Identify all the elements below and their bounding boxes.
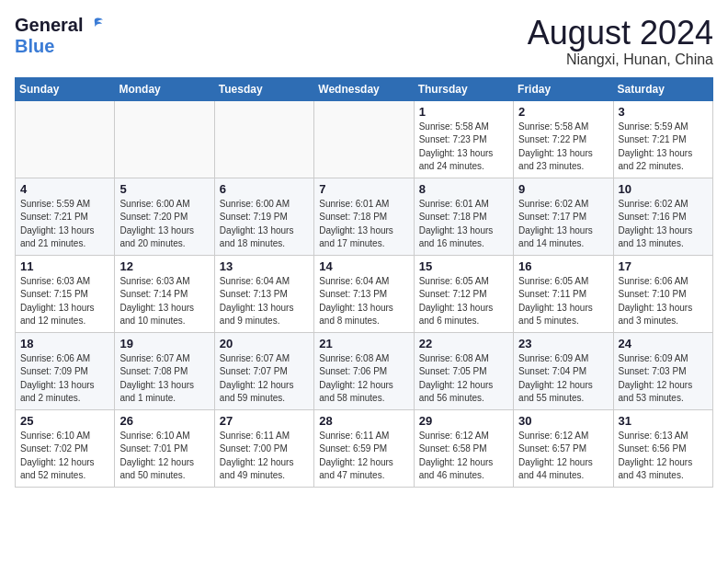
day-number: 8 [419, 182, 508, 196]
calendar-cell: 16Sunrise: 6:05 AMSunset: 7:11 PMDayligh… [514, 255, 613, 332]
calendar-cell: 31Sunrise: 6:13 AMSunset: 6:56 PMDayligh… [613, 409, 712, 487]
day-info: Sunrise: 5:59 AMSunset: 7:21 PMDaylight:… [20, 198, 109, 251]
day-header-saturday: Saturday [613, 77, 712, 100]
calendar-cell: 15Sunrise: 6:05 AMSunset: 7:12 PMDayligh… [414, 255, 513, 332]
day-header-monday: Monday [115, 77, 214, 100]
calendar-cell: 12Sunrise: 6:03 AMSunset: 7:14 PMDayligh… [115, 255, 214, 332]
day-number: 15 [419, 259, 508, 273]
calendar-cell [16, 100, 115, 178]
week-row-4: 18Sunrise: 6:06 AMSunset: 7:09 PMDayligh… [16, 332, 713, 409]
day-info: Sunrise: 6:04 AMSunset: 7:13 PMDaylight:… [220, 275, 309, 328]
calendar-cell: 27Sunrise: 6:11 AMSunset: 7:00 PMDayligh… [214, 409, 313, 487]
calendar-cell: 13Sunrise: 6:04 AMSunset: 7:13 PMDayligh… [214, 255, 313, 332]
logo-bird-icon [85, 16, 105, 36]
logo: General Blue [15, 15, 105, 57]
day-info: Sunrise: 6:02 AMSunset: 7:16 PMDaylight:… [619, 198, 708, 251]
day-info: Sunrise: 6:07 AMSunset: 7:08 PMDaylight:… [119, 352, 209, 406]
day-info: Sunrise: 6:09 AMSunset: 7:03 PMDaylight:… [619, 352, 708, 406]
title-block: August 2024 Niangxi, Hunan, China [528, 15, 713, 68]
day-number: 16 [518, 259, 608, 273]
calendar-cell: 22Sunrise: 6:08 AMSunset: 7:05 PMDayligh… [414, 332, 513, 409]
day-number: 22 [419, 337, 508, 350]
week-row-3: 11Sunrise: 6:03 AMSunset: 7:15 PMDayligh… [16, 255, 713, 332]
page-header: General Blue August 2024 Niangxi, Hunan,… [15, 15, 713, 68]
day-number: 28 [319, 414, 408, 428]
day-info: Sunrise: 6:03 AMSunset: 7:15 PMDaylight:… [20, 275, 109, 328]
day-number: 12 [119, 259, 209, 273]
day-number: 27 [220, 414, 309, 428]
day-info: Sunrise: 6:04 AMSunset: 7:13 PMDaylight:… [319, 275, 408, 328]
calendar-cell: 10Sunrise: 6:02 AMSunset: 7:16 PMDayligh… [613, 178, 712, 255]
calendar-cell: 7Sunrise: 6:01 AMSunset: 7:18 PMDaylight… [314, 178, 414, 255]
day-info: Sunrise: 5:58 AMSunset: 7:23 PMDaylight:… [419, 121, 508, 174]
calendar-cell: 5Sunrise: 6:00 AMSunset: 7:20 PMDaylight… [115, 178, 214, 255]
day-info: Sunrise: 5:59 AMSunset: 7:21 PMDaylight:… [619, 121, 708, 174]
day-info: Sunrise: 6:05 AMSunset: 7:12 PMDaylight:… [419, 275, 508, 328]
day-info: Sunrise: 6:00 AMSunset: 7:19 PMDaylight:… [220, 198, 309, 251]
day-info: Sunrise: 6:05 AMSunset: 7:11 PMDaylight:… [518, 275, 608, 328]
day-info: Sunrise: 6:01 AMSunset: 7:18 PMDaylight:… [319, 198, 408, 251]
calendar-cell: 17Sunrise: 6:06 AMSunset: 7:10 PMDayligh… [613, 255, 712, 332]
calendar-cell: 9Sunrise: 6:02 AMSunset: 7:17 PMDaylight… [514, 178, 613, 255]
day-number: 24 [619, 337, 708, 350]
day-info: Sunrise: 6:11 AMSunset: 6:59 PMDaylight:… [319, 430, 408, 483]
calendar-cell: 3Sunrise: 5:59 AMSunset: 7:21 PMDaylight… [613, 100, 712, 178]
calendar-cell: 23Sunrise: 6:09 AMSunset: 7:04 PMDayligh… [514, 332, 613, 409]
day-number: 3 [619, 105, 708, 119]
day-number: 10 [619, 182, 708, 196]
day-number: 14 [319, 259, 408, 273]
calendar-cell: 4Sunrise: 5:59 AMSunset: 7:21 PMDaylight… [16, 178, 115, 255]
calendar-cell [115, 100, 214, 178]
month-title: August 2024 [528, 15, 713, 52]
day-info: Sunrise: 6:08 AMSunset: 7:05 PMDaylight:… [419, 352, 508, 406]
calendar-cell [214, 100, 313, 178]
day-header-wednesday: Wednesday [314, 77, 414, 100]
day-info: Sunrise: 6:11 AMSunset: 7:00 PMDaylight:… [220, 430, 309, 483]
location: Niangxi, Hunan, China [528, 52, 713, 68]
calendar-cell: 28Sunrise: 6:11 AMSunset: 6:59 PMDayligh… [314, 409, 414, 487]
calendar-cell [314, 100, 414, 178]
day-info: Sunrise: 6:09 AMSunset: 7:04 PMDaylight:… [518, 352, 608, 406]
day-header-tuesday: Tuesday [214, 77, 313, 100]
day-number: 18 [20, 337, 109, 350]
day-number: 9 [518, 182, 608, 196]
calendar-cell: 14Sunrise: 6:04 AMSunset: 7:13 PMDayligh… [314, 255, 414, 332]
day-number: 2 [518, 105, 608, 119]
day-number: 29 [419, 414, 508, 428]
day-number: 26 [119, 414, 209, 428]
calendar-table: SundayMondayTuesdayWednesdayThursdayFrid… [15, 77, 713, 488]
day-number: 20 [220, 337, 309, 350]
day-number: 4 [20, 182, 109, 196]
days-header-row: SundayMondayTuesdayWednesdayThursdayFrid… [16, 77, 713, 100]
day-info: Sunrise: 6:06 AMSunset: 7:09 PMDaylight:… [20, 352, 109, 406]
calendar-cell: 2Sunrise: 5:58 AMSunset: 7:22 PMDaylight… [514, 100, 613, 178]
calendar-cell: 11Sunrise: 6:03 AMSunset: 7:15 PMDayligh… [16, 255, 115, 332]
day-number: 21 [319, 337, 408, 350]
calendar-cell: 26Sunrise: 6:10 AMSunset: 7:01 PMDayligh… [115, 409, 214, 487]
day-number: 6 [220, 182, 309, 196]
day-info: Sunrise: 6:10 AMSunset: 7:02 PMDaylight:… [20, 430, 109, 483]
calendar-cell: 20Sunrise: 6:07 AMSunset: 7:07 PMDayligh… [214, 332, 313, 409]
day-info: Sunrise: 6:00 AMSunset: 7:20 PMDaylight:… [119, 198, 209, 251]
day-number: 17 [619, 259, 708, 273]
calendar-cell: 1Sunrise: 5:58 AMSunset: 7:23 PMDaylight… [414, 100, 513, 178]
calendar-cell: 29Sunrise: 6:12 AMSunset: 6:58 PMDayligh… [414, 409, 513, 487]
day-number: 25 [20, 414, 109, 428]
calendar-cell: 8Sunrise: 6:01 AMSunset: 7:18 PMDaylight… [414, 178, 513, 255]
day-info: Sunrise: 6:02 AMSunset: 7:17 PMDaylight:… [518, 198, 608, 251]
day-header-friday: Friday [514, 77, 613, 100]
day-info: Sunrise: 6:12 AMSunset: 6:58 PMDaylight:… [419, 430, 508, 483]
logo-general-text: General [15, 15, 83, 36]
day-info: Sunrise: 6:10 AMSunset: 7:01 PMDaylight:… [119, 430, 209, 483]
week-row-2: 4Sunrise: 5:59 AMSunset: 7:21 PMDaylight… [16, 178, 713, 255]
day-header-thursday: Thursday [414, 77, 513, 100]
calendar-cell: 25Sunrise: 6:10 AMSunset: 7:02 PMDayligh… [16, 409, 115, 487]
day-info: Sunrise: 6:13 AMSunset: 6:56 PMDaylight:… [619, 430, 708, 483]
day-number: 7 [319, 182, 408, 196]
day-number: 31 [619, 414, 708, 428]
day-number: 1 [419, 105, 508, 119]
logo-blue-text: Blue [15, 36, 54, 57]
day-header-sunday: Sunday [16, 77, 115, 100]
day-number: 30 [518, 414, 608, 428]
day-info: Sunrise: 6:06 AMSunset: 7:10 PMDaylight:… [619, 275, 708, 328]
